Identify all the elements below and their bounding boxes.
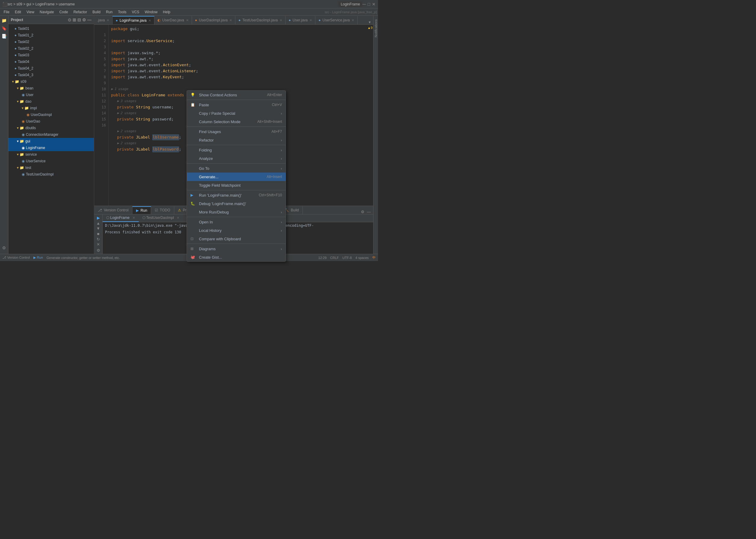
settings-output-btn[interactable]: ⚙	[95, 248, 102, 253]
tree-testuserdaoimpl[interactable]: ◉ TestUserDaoImpl	[8, 171, 94, 178]
menu-help[interactable]: Help	[161, 9, 173, 15]
ctx-compare-clipboard[interactable]: ⊡ Compare with Clipboard	[187, 235, 286, 243]
sidebar-project-icon[interactable]: 📁	[1, 17, 8, 24]
tree-service[interactable]: ▾ 📁 service	[8, 151, 94, 158]
tab-loginframe[interactable]: ● LoginFrame.java ✕	[112, 16, 154, 24]
menu-build[interactable]: Build	[90, 9, 103, 15]
minimize-btn[interactable]: ─	[362, 2, 366, 7]
panel-hide-btn[interactable]: —	[87, 18, 92, 22]
scroll-down-btn[interactable]: ▼	[95, 226, 102, 231]
panel-collapse-btn[interactable]: ⊟	[77, 18, 81, 22]
tab-userdaoimpl-close[interactable]: ✕	[229, 18, 232, 22]
ctx-copy-paste-special[interactable]: Copy / Paste Special ›	[187, 109, 286, 117]
tab-loginframe-close[interactable]: ✕	[148, 19, 151, 23]
tree-impl[interactable]: ▾ 📁 impl	[8, 105, 94, 112]
tree-task04-3[interactable]: ● Task04_3	[8, 72, 94, 78]
menu-vcs[interactable]: VCS	[129, 9, 142, 15]
sidebar-bookmark-icon[interactable]: 🔖	[1, 25, 8, 32]
menu-window[interactable]: Window	[142, 9, 160, 15]
menu-code[interactable]: Code	[57, 9, 70, 15]
ctx-analyze[interactable]: Analyze ›	[187, 154, 286, 163]
ctx-diagrams[interactable]: ⊞ Diagrams ›	[187, 245, 286, 253]
tree-dao[interactable]: ▾ 📁 dao	[8, 98, 94, 105]
ctx-debug-loginframe[interactable]: 🐛 Debug 'LoginFrame.main()'	[187, 199, 286, 208]
expand-btn-1[interactable]: ▶	[111, 86, 113, 92]
run-test-close[interactable]: ✕	[177, 216, 179, 219]
ctx-column-selection[interactable]: Column Selection Mode Alt+Shift+Insert	[187, 117, 286, 126]
menu-tools[interactable]: Tools	[115, 9, 129, 15]
ctx-generate[interactable]: Generate... Alt+Insert	[187, 173, 286, 181]
tab-user[interactable]: ● User.java ✕	[286, 16, 315, 24]
tab-java[interactable]: .java ✕	[94, 16, 112, 24]
tab-userdaoimpl[interactable]: ● UserDaoImpl.java ✕	[192, 16, 236, 24]
bottom-tab-version-control[interactable]: ⎇ Version Control	[94, 206, 132, 214]
scroll-up-btn[interactable]: ▲	[95, 221, 102, 226]
vcs-status[interactable]: ⎇ Version Control	[2, 256, 30, 260]
menu-run[interactable]: Run	[103, 9, 115, 15]
panel-expand-btn[interactable]: ⊞	[73, 18, 76, 22]
menu-refactor[interactable]: Refactor	[71, 9, 89, 15]
ctx-more-run-debug[interactable]: More Run/Debug ›	[187, 208, 286, 216]
tree-task03[interactable]: ● Task03	[8, 52, 94, 58]
close-btn[interactable]: ✕	[372, 2, 376, 7]
rerun-btn[interactable]: ↻	[95, 237, 102, 242]
sidebar-structure-icon[interactable]: 📑	[1, 33, 8, 40]
expand-btn-2b[interactable]: ▶	[117, 128, 119, 134]
panel-settings-btn[interactable]: ⚙	[82, 18, 86, 22]
bottom-tab-todo[interactable]: ☑ TODO	[151, 206, 174, 214]
tab-userservice-close[interactable]: ✕	[352, 18, 354, 22]
ctx-show-context-actions[interactable]: 💡 Show Context Actions Alt+Enter	[187, 91, 286, 99]
ctx-open-in[interactable]: Open In ›	[187, 218, 286, 226]
tree-dbutils[interactable]: ▾ 📁 dbutils	[8, 125, 94, 131]
tab-userservice[interactable]: ● UserService.java ✕	[315, 16, 358, 24]
menu-file[interactable]: File	[1, 9, 12, 15]
tree-task01-2[interactable]: ● Task01_2	[8, 32, 94, 38]
expand-btn-2[interactable]: ▶	[117, 110, 119, 116]
panel-settings-icon[interactable]: ⚙	[361, 209, 365, 214]
editor-scrollbar[interactable]: ▲9	[368, 25, 373, 206]
tab-userdao-close[interactable]: ✕	[186, 18, 189, 22]
run-btn[interactable]: ▶	[95, 216, 102, 220]
expand-btn-3[interactable]: ▶	[117, 98, 119, 104]
tree-loginframe[interactable]: ◉ LoginFrame	[8, 144, 94, 151]
panel-location-btn[interactable]: ⊙	[68, 18, 71, 22]
tree-connectionmanager[interactable]: ◉ ConnectionManager	[8, 131, 94, 138]
tab-user-close[interactable]: ✕	[309, 18, 312, 22]
tree-user[interactable]: ◉ User	[8, 92, 94, 98]
tree-bean[interactable]: ▾ 📁 bean	[8, 85, 94, 92]
tab-testuserdaoimpl[interactable]: ● TestUserDaoImpl.java ✕	[235, 16, 286, 24]
tree-s09[interactable]: ▾ 📁 s09	[8, 78, 94, 85]
ctx-find-usages[interactable]: Find Usages Alt+F7	[187, 127, 286, 136]
ctx-paste[interactable]: 📋 Paste Ctrl+V	[187, 101, 286, 109]
run-loginframe-close[interactable]: ✕	[132, 216, 135, 219]
status-line-ending[interactable]: CRLF	[330, 256, 339, 260]
menu-view[interactable]: View	[24, 9, 37, 15]
bottom-tab-run[interactable]: ▶ Run	[132, 206, 151, 214]
status-encoding[interactable]: UTF-8	[342, 256, 352, 260]
expand-btn-2c[interactable]: ▶	[117, 140, 119, 146]
ctx-go-to[interactable]: Go To ›	[187, 164, 286, 173]
tree-userdao[interactable]: ◉ UserDao	[8, 118, 94, 125]
run-status[interactable]: ▶ Run	[34, 256, 43, 260]
tree-userdaoimpl[interactable]: ◉ UserDaoImpl	[8, 112, 94, 118]
run-tab-testuserdaoimpl[interactable]: ⬡ TestUserDaoImpl ✕	[139, 214, 183, 222]
tab-overflow-btn[interactable]: ▾	[369, 20, 371, 24]
ctx-folding[interactable]: Folding ›	[187, 146, 286, 154]
tree-userservice[interactable]: ◉ UserService	[8, 158, 94, 164]
tree-task04-2[interactable]: ● Task04_2	[8, 65, 94, 72]
tab-java-close[interactable]: ✕	[106, 18, 109, 22]
menu-navigate[interactable]: Navigate	[37, 9, 56, 15]
tab-testuserdaoimpl-close[interactable]: ✕	[280, 18, 282, 22]
menu-edit[interactable]: Edit	[12, 9, 24, 15]
close-output-btn[interactable]: ✕	[95, 242, 102, 247]
tree-task04[interactable]: ● Task04	[8, 58, 94, 65]
tree-test[interactable]: ▾ 📁 test	[8, 164, 94, 171]
ctx-run-loginframe[interactable]: ▶ Run 'LoginFrame.main()' Ctrl+Shift+F10	[187, 191, 286, 199]
run-tab-loginframe[interactable]: ⬡ LoginFrame ✕	[103, 214, 139, 222]
ctx-refactor[interactable]: Refactor ›	[187, 136, 286, 144]
tree-task02-2[interactable]: ● Task02_2	[8, 45, 94, 52]
ctx-local-history[interactable]: Local History ›	[187, 226, 286, 235]
tree-gui[interactable]: ▾ 📁 gui	[8, 138, 94, 144]
tree-task01[interactable]: ● Task01	[8, 25, 94, 32]
ctx-create-gist[interactable]: 🐙 Create Gist...	[187, 253, 286, 262]
